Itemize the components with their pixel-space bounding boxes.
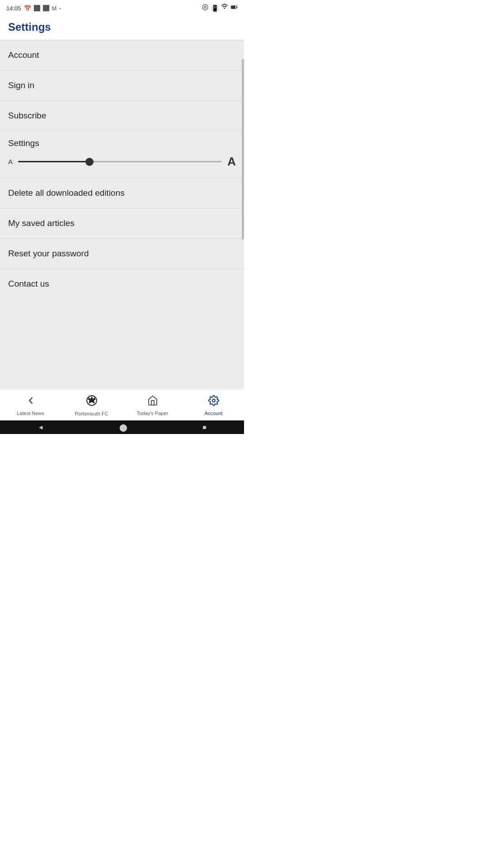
android-back-button[interactable]: ◄ (38, 424, 44, 431)
battery-icon (230, 4, 238, 13)
location-icon (202, 4, 209, 13)
slider-track (18, 161, 222, 162)
settings-header: Settings (0, 16, 244, 40)
wifi-icon (221, 4, 228, 13)
dot-icon: • (59, 6, 61, 10)
android-nav-bar: ◄ ⬤ ■ (0, 420, 244, 434)
font-size-section-label: Settings (8, 138, 236, 148)
nav-item-portsmouth-fc[interactable]: Portsmouth FC (61, 395, 122, 416)
svg-point-1 (204, 6, 206, 8)
slider-thumb[interactable] (85, 158, 94, 166)
settings-item-delete-editions[interactable]: Delete all downloaded editions (0, 178, 244, 208)
settings-item-account[interactable]: Account (0, 40, 244, 71)
nav-item-todays-paper[interactable]: Today's Paper (122, 395, 183, 416)
status-left: 14:05 📅 M • (6, 5, 61, 12)
svg-point-8 (212, 399, 215, 402)
nav-item-account[interactable]: Account (183, 395, 244, 416)
font-slider-row: A A (8, 155, 236, 169)
bottom-nav: Latest News Portsmouth FC (0, 390, 244, 420)
slider-fill (18, 161, 89, 162)
status-bar: 14:05 📅 M • 📳 (0, 0, 244, 16)
font-size-slider[interactable] (18, 161, 222, 162)
back-arrow-icon (25, 395, 36, 409)
settings-item-reset-password[interactable]: Reset your password (0, 239, 244, 269)
status-right: 📳 (202, 4, 238, 13)
nav-label-portsmouth-fc: Portsmouth FC (75, 411, 108, 416)
font-size-small-label: A (8, 158, 13, 165)
svg-rect-4 (231, 6, 235, 9)
android-recents-button[interactable]: ■ (202, 424, 206, 431)
square2-icon (43, 5, 49, 11)
nav-label-account: Account (205, 410, 223, 416)
settings-item-subscribe[interactable]: Subscribe (0, 101, 244, 131)
settings-item-contact-us[interactable]: Contact us (0, 269, 244, 299)
nav-label-latest-news: Latest News (17, 410, 44, 416)
gmail-icon: M (52, 5, 57, 12)
font-size-large-label: A (227, 155, 236, 169)
settings-list: Account Sign in Subscribe Settings A A D… (0, 40, 244, 389)
scroll-indicator (242, 59, 244, 240)
square1-icon (34, 5, 40, 11)
svg-point-0 (202, 5, 208, 10)
home-icon (147, 395, 158, 409)
vibrate-icon: 📳 (211, 5, 219, 12)
status-time: 14:05 (6, 5, 21, 12)
settings-item-saved-articles[interactable]: My saved articles (0, 208, 244, 239)
nav-item-latest-news[interactable]: Latest News (0, 395, 61, 416)
calendar-icon: 📅 (24, 5, 31, 12)
soccer-ball-icon (86, 395, 98, 409)
nav-label-todays-paper: Today's Paper (137, 410, 168, 416)
page-title: Settings (8, 21, 51, 33)
settings-item-sign-in[interactable]: Sign in (0, 71, 244, 101)
gear-icon (208, 395, 219, 409)
android-home-button[interactable]: ⬤ (119, 423, 127, 432)
font-size-section: Settings A A (0, 131, 244, 178)
